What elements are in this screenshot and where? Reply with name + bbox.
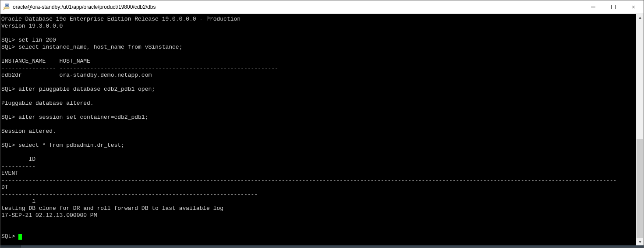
scroll-thumb[interactable] xyxy=(637,139,643,241)
taskbar-sliver xyxy=(0,245,644,248)
terminal-cursor xyxy=(18,234,22,240)
window-controls xyxy=(583,0,644,14)
svg-marker-9 xyxy=(639,17,641,19)
app-window: oracle@ora-standby:/u01/app/oracle/produ… xyxy=(0,0,644,248)
close-button[interactable] xyxy=(623,0,644,14)
scroll-down-button[interactable] xyxy=(636,238,644,245)
maximize-button[interactable] xyxy=(603,0,623,14)
svg-rect-1 xyxy=(6,5,8,6)
putty-icon xyxy=(0,4,13,11)
client-area: Oracle Database 19c Enterprise Edition R… xyxy=(0,14,644,245)
sql-prompt: SQL> xyxy=(1,233,18,240)
window-title: oracle@ora-standby:/u01/app/oracle/produ… xyxy=(13,4,583,10)
svg-rect-6 xyxy=(612,5,616,9)
vertical-scrollbar[interactable] xyxy=(636,14,644,245)
title-bar[interactable]: oracle@ora-standby:/u01/app/oracle/produ… xyxy=(0,0,644,14)
svg-marker-10 xyxy=(639,241,641,243)
taskbar-segment xyxy=(0,245,21,248)
minimize-button[interactable] xyxy=(583,0,603,14)
terminal-output[interactable]: Oracle Database 19c Enterprise Edition R… xyxy=(0,14,636,245)
scroll-up-button[interactable] xyxy=(636,14,644,21)
